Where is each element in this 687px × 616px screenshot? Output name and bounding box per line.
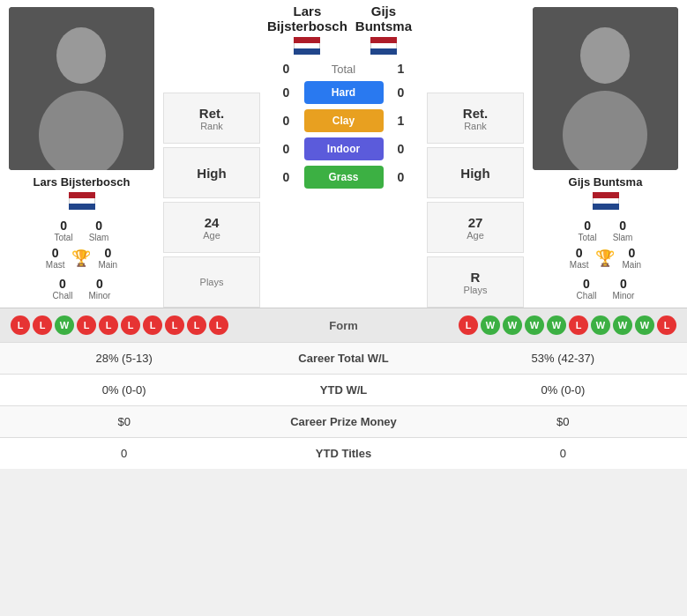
nl-flag-left	[69, 192, 95, 210]
form-pill-left: L	[187, 315, 206, 335]
total-left-score: 0	[278, 62, 295, 76]
form-label: Form	[309, 319, 379, 332]
clay-row: 0 Clay 1	[278, 109, 410, 132]
left-main-label: Main	[98, 260, 117, 270]
form-pill-right: W	[591, 315, 610, 335]
form-pill-left: L	[11, 315, 30, 335]
left-plays-box: Plays	[163, 256, 260, 308]
left-slam-block: 0 Slam	[89, 219, 109, 242]
flag-stripe-red-r	[593, 192, 619, 198]
right-mast-value: 0	[576, 246, 583, 260]
right-age-box: 27 Age	[427, 202, 524, 253]
form-pill-left: L	[209, 315, 228, 335]
right-chall-value: 0	[583, 277, 590, 291]
stat-right-val: 0% (0-0)	[439, 375, 687, 406]
right-plays-value: R	[471, 270, 481, 285]
right-high-box: High	[427, 147, 524, 198]
grass-right-score: 0	[392, 170, 410, 184]
form-pill-right: W	[503, 315, 522, 335]
right-form-pills: LWWWWLWWWL	[388, 315, 677, 335]
left-minor-value: 0	[96, 277, 103, 291]
grass-row: 0 Grass 0	[278, 166, 410, 189]
right-high-value: High	[460, 166, 489, 181]
flag-stripe-blue	[69, 204, 95, 210]
total-right-score: 1	[392, 62, 410, 76]
stat-center-label: Career Prize Money	[248, 406, 438, 438]
left-mast-label: Mast	[46, 260, 65, 270]
clay-badge: Clay	[304, 109, 384, 132]
stat-left-val: 0	[0, 438, 248, 470]
right-center-stats: Ret. Rank High 27 Age R Plays	[427, 0, 524, 308]
indoor-row: 0 Indoor 0	[278, 137, 410, 160]
left-chall-label: Chall	[53, 291, 73, 301]
left-slam-label: Slam	[89, 233, 109, 242]
form-pill-left: L	[165, 315, 184, 335]
flag-stripe-w2	[370, 43, 397, 49]
right-main-block: 0 Main	[622, 246, 641, 270]
left-total-label: Total	[55, 233, 73, 242]
right-rank-value: Ret.	[463, 106, 488, 121]
left-chall-value: 0	[59, 277, 66, 291]
form-pill-left: L	[121, 315, 140, 335]
form-pill-right: L	[459, 315, 478, 335]
form-pill-right: W	[547, 315, 566, 335]
flag-stripe-r2	[370, 37, 397, 43]
left-form-pills: LLWLLLLLLL	[11, 315, 300, 335]
form-pill-left: W	[55, 315, 74, 335]
right-stats-row1: 0 Total 0 Slam	[579, 219, 633, 242]
form-pill-right: L	[657, 315, 676, 335]
center-left-name: Lars Bijsterbosch	[267, 4, 347, 33]
clay-right-score: 1	[392, 114, 410, 128]
left-player-name: Lars Bijsterbosch	[34, 175, 131, 189]
center-scores-col: Lars Bijsterbosch Gijs Buntsma	[260, 0, 427, 308]
right-player-name: Gijs Buntsma	[569, 175, 643, 189]
total-row: 0 Total 1	[278, 62, 410, 76]
right-total-label: Total	[579, 233, 597, 242]
right-minor-label: Minor	[612, 291, 634, 301]
form-pill-right: W	[635, 315, 654, 335]
center-left-flag	[267, 37, 347, 55]
left-main-value: 0	[104, 246, 111, 260]
flag-stripe-red	[69, 192, 95, 198]
right-trophy-row: 0 Mast 🏆 0 Main	[570, 246, 641, 270]
left-player-avatar	[9, 7, 154, 170]
left-high-box: High	[163, 147, 260, 198]
left-plays-label: Plays	[200, 277, 224, 287]
right-rank-label: Rank	[464, 121, 487, 131]
left-trophy-row: 0 Mast 🏆 0 Main	[46, 246, 117, 270]
left-rank-value: Ret.	[199, 106, 224, 121]
indoor-right-score: 0	[392, 142, 410, 156]
left-rank-label: Rank	[200, 121, 223, 131]
left-age-box: 24 Age	[163, 202, 260, 253]
stats-table: 28% (5-13) Career Total W/L 53% (42-37) …	[0, 342, 687, 469]
right-slam-block: 0 Slam	[613, 219, 633, 242]
comparison-section: Lars Bijsterbosch 0 Total 0 Slam	[0, 0, 687, 308]
right-age-label: Age	[467, 230, 484, 241]
table-row: 28% (5-13) Career Total W/L 53% (42-37)	[0, 343, 687, 375]
right-main-value: 0	[628, 246, 635, 260]
flag-stripe-w	[294, 43, 320, 49]
left-high-value: High	[197, 166, 226, 181]
right-stats-row3: 0 Chall 0 Minor	[577, 277, 635, 301]
form-pill-right: W	[613, 315, 632, 335]
right-mast-label: Mast	[570, 260, 589, 270]
flag-stripe-b2	[370, 48, 397, 55]
left-stats-row3: 0 Chall 0 Minor	[53, 277, 111, 301]
total-label: Total	[304, 63, 384, 76]
right-player-flag	[593, 192, 619, 210]
form-section: LLWLLLLLLL Form LWWWWLWWWL	[0, 308, 687, 342]
left-rank-box: Ret. Rank	[163, 93, 260, 144]
left-player-section: Lars Bijsterbosch 0 Total 0 Slam	[0, 0, 163, 308]
svg-point-4	[580, 27, 630, 84]
right-player-section: Gijs Buntsma 0 Total 0 Slam	[524, 0, 687, 308]
flag-stripe-b	[294, 48, 320, 55]
center-right-flag	[347, 37, 420, 55]
left-minor-label: Minor	[88, 291, 110, 301]
stat-center-label: YTD W/L	[248, 375, 438, 406]
stat-right-val: 0	[439, 438, 687, 470]
left-stats-row1: 0 Total 0 Slam	[55, 219, 109, 242]
grass-left-score: 0	[278, 170, 295, 184]
table-row: $0 Career Prize Money $0	[0, 406, 687, 438]
left-mast-value: 0	[52, 246, 59, 260]
right-player-avatar	[533, 7, 678, 170]
